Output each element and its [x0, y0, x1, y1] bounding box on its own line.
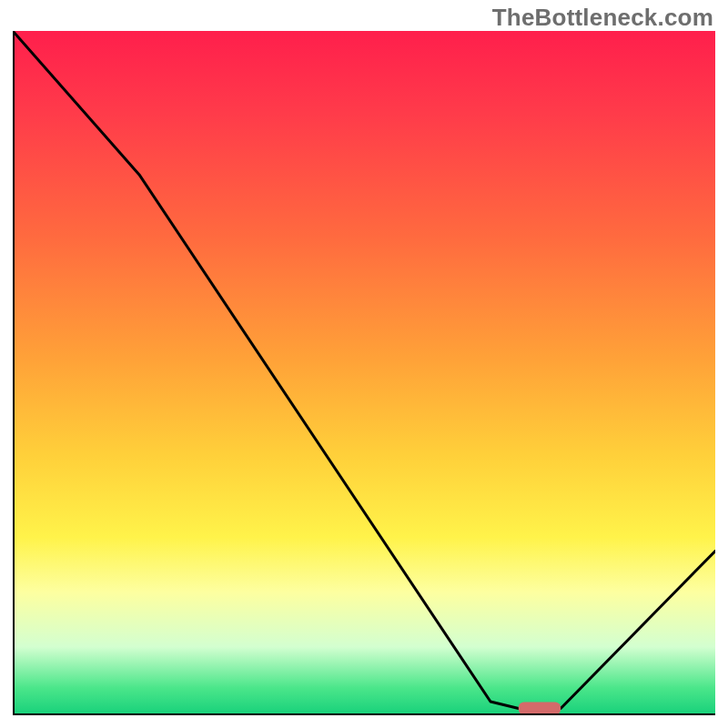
watermark-text: TheBottleneck.com — [492, 4, 713, 32]
heat-gradient — [13, 31, 715, 715]
x-axis — [13, 713, 715, 715]
y-axis — [13, 31, 15, 715]
chart-container: TheBottleneck.com — [0, 0, 728, 728]
plot-area — [13, 31, 715, 715]
